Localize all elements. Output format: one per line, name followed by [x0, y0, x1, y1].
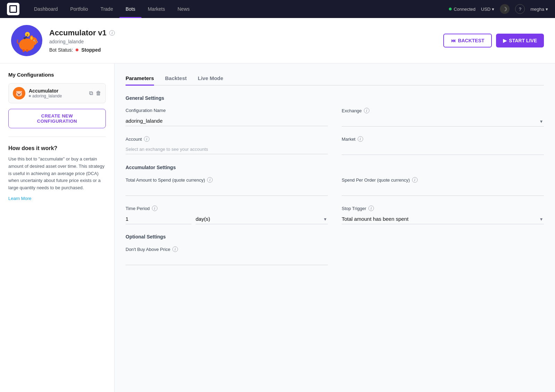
exchange-select-wrap [342, 116, 544, 127]
accumulator-settings-row-2: Time Period i day(s) hour(s) minute(s) [126, 206, 544, 224]
config-name: Accumulator [29, 88, 62, 94]
time-period-label: Time Period i [126, 206, 328, 211]
currency-label: USD [481, 7, 490, 12]
config-name-input[interactable] [126, 116, 328, 126]
exchange-select[interactable] [342, 116, 544, 127]
currency-chevron: ▾ [492, 7, 494, 12]
general-settings-title: General Settings [126, 95, 544, 101]
svg-rect-12 [26, 49, 28, 52]
connected-label: Connected [454, 7, 476, 12]
copy-config-icon[interactable]: ⧉ [89, 90, 93, 96]
help-button[interactable]: ? [515, 4, 525, 14]
total-amount-input[interactable] [126, 185, 328, 196]
exchange-info-icon[interactable]: i [364, 108, 369, 113]
spend-per-order-field: Spend Per Order (quote currency) i [342, 177, 544, 196]
nav-news[interactable]: News [171, 0, 196, 18]
tabs: Parameters Backtest Live Mode [126, 72, 544, 86]
market-info-icon[interactable]: i [358, 136, 363, 142]
sidebar: My Configurations 🐷 Accumulator adoring_… [0, 63, 114, 392]
account-label: Account i [126, 136, 328, 142]
navbar: Dashboard Portfolio Trade Bots Markets N… [0, 0, 555, 18]
accumulator-settings-row-1: Total Amount to Spend (quote currency) i… [126, 177, 544, 196]
svg-point-16 [24, 37, 26, 39]
nav-trade[interactable]: Trade [94, 0, 119, 18]
stop-trigger-info-icon[interactable]: i [368, 206, 374, 211]
stop-trigger-select[interactable]: Total amount has been spent Manual [342, 214, 544, 224]
backtest-icon: ⏮ [451, 38, 456, 43]
time-period-info-icon[interactable]: i [152, 206, 157, 211]
tab-backtest[interactable]: Backtest [165, 72, 187, 86]
exchange-label: Exchange i [342, 108, 544, 113]
learn-more-link[interactable]: Learn More [8, 196, 106, 201]
connection-status: Connected [449, 7, 476, 12]
logo[interactable] [7, 3, 19, 15]
nav-dashboard[interactable]: Dashboard [28, 0, 64, 18]
optional-settings-title: Optional Settings [126, 234, 544, 239]
play-icon: ▶ [503, 38, 507, 43]
svg-point-8 [36, 42, 36, 42]
bot-username: adoring_lalande [49, 39, 115, 44]
theme-toggle[interactable]: ☽ [500, 4, 510, 14]
nav-links: Dashboard Portfolio Trade Bots Markets N… [28, 0, 449, 18]
svg-point-4 [31, 36, 33, 40]
exchange-field: Exchange i [342, 108, 544, 127]
delete-config-icon[interactable]: 🗑 [96, 90, 101, 96]
account-field: Account i Select an exchange to see your… [126, 136, 328, 155]
config-name-label: Configuration Name [126, 108, 328, 113]
account-placeholder: Select an exchange to see your accounts [126, 145, 328, 154]
time-unit-wrap: day(s) hour(s) minute(s) [196, 214, 328, 224]
time-unit-select[interactable]: day(s) hour(s) minute(s) [196, 214, 328, 224]
total-amount-label: Total Amount to Spend (quote currency) i [126, 177, 328, 183]
bot-avatar: $ [11, 25, 42, 56]
tab-parameters[interactable]: Parameters [126, 72, 154, 86]
backtest-button[interactable]: ⏮ BACKTEST [443, 34, 492, 47]
start-live-button[interactable]: ▶ START LIVE [496, 34, 544, 47]
header-actions: ⏮ BACKTEST ▶ START LIVE [443, 34, 544, 47]
dont-buy-above-field: Don't Buy Above Price i [126, 246, 328, 265]
svg-rect-11 [23, 49, 25, 52]
bot-title-info-icon[interactable]: i [109, 30, 115, 36]
create-config-button[interactable]: CREATE NEW CONFIGURATION [8, 109, 106, 128]
main-content: Parameters Backtest Live Mode General Se… [114, 63, 555, 392]
nav-portfolio[interactable]: Portfolio [64, 0, 94, 18]
config-avatar: 🐷 [13, 87, 25, 99]
nav-bots[interactable]: Bots [119, 0, 142, 18]
time-period-row: day(s) hour(s) minute(s) [126, 214, 328, 224]
dont-buy-above-info-icon[interactable]: i [172, 246, 178, 252]
spend-per-order-input[interactable] [342, 185, 544, 196]
connected-dot [449, 8, 452, 10]
bot-status-label: Bot Status: [49, 47, 73, 53]
stop-trigger-field: Stop Trigger i Total amount has been spe… [342, 206, 544, 224]
svg-point-6 [34, 40, 35, 41]
general-settings-row-2: Account i Select an exchange to see your… [126, 136, 544, 155]
time-period-field: Time Period i day(s) hour(s) minute(s) [126, 206, 328, 224]
total-amount-field: Total Amount to Spend (quote currency) i [126, 177, 328, 196]
username: megha [530, 7, 544, 12]
spend-per-order-label: Spend Per Order (quote currency) i [342, 177, 544, 183]
user-menu[interactable]: megha ▾ [530, 7, 548, 12]
header-left: $ Accumulator v1 i adoring_lalande Bot S… [11, 25, 115, 56]
dont-buy-above-label: Don't Buy Above Price i [126, 246, 328, 252]
config-name-field: Configuration Name [126, 108, 328, 127]
config-card: 🐷 Accumulator adoring_lalande ⧉ 🗑 [8, 83, 106, 103]
currency-selector[interactable]: USD ▾ [481, 7, 494, 12]
config-status-dot [29, 95, 31, 97]
svg-point-9 [36, 42, 37, 42]
nav-markets[interactable]: Markets [142, 0, 171, 18]
optional-settings-row-1: Don't Buy Above Price i [126, 246, 544, 265]
how-text: Use this bot to "accumulate" or buy a ce… [8, 156, 106, 192]
optional-empty-field [342, 246, 544, 265]
how-it-works: How does it work? Use this bot to "accum… [8, 145, 106, 201]
bot-status-value: Stopped [81, 47, 101, 53]
spend-per-order-info-icon[interactable]: i [412, 177, 418, 183]
total-amount-info-icon[interactable]: i [207, 177, 213, 183]
bot-status: Bot Status: Stopped [49, 47, 115, 53]
sidebar-divider [8, 137, 106, 137]
page-header: $ Accumulator v1 i adoring_lalande Bot S… [0, 18, 555, 63]
account-info-icon[interactable]: i [144, 136, 150, 142]
time-period-number-input[interactable] [126, 214, 191, 224]
tab-live-mode[interactable]: Live Mode [198, 72, 223, 86]
config-card-left: 🐷 Accumulator adoring_lalande [13, 87, 62, 99]
dont-buy-above-input[interactable] [126, 255, 328, 265]
svg-text:$: $ [27, 33, 28, 36]
